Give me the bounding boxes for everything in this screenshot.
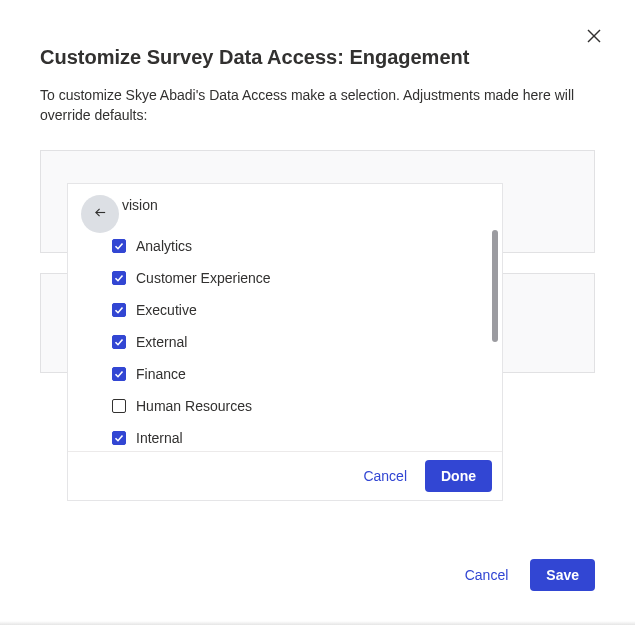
dialog-title: Customize Survey Data Access: Engagement: [40, 46, 595, 69]
option-row[interactable]: Human Resources: [68, 390, 502, 422]
option-row[interactable]: Executive: [68, 294, 502, 326]
checkbox[interactable]: [112, 431, 126, 445]
checkbox[interactable]: [112, 239, 126, 253]
dialog-cancel-button[interactable]: Cancel: [455, 561, 519, 589]
option-row[interactable]: Internal: [68, 422, 502, 451]
dropdown-done-button[interactable]: Done: [425, 460, 492, 492]
close-icon: [587, 29, 601, 47]
option-row[interactable]: External: [68, 326, 502, 358]
option-label: Finance: [136, 366, 186, 382]
scrollbar-thumb[interactable]: [492, 230, 498, 342]
option-label: Analytics: [136, 238, 192, 254]
checkbox[interactable]: [112, 303, 126, 317]
dropdown-header-label: vision: [122, 197, 158, 213]
option-label: External: [136, 334, 187, 350]
close-button[interactable]: [584, 28, 604, 48]
dialog-save-button[interactable]: Save: [530, 559, 595, 591]
dialog-description: To customize Skye Abadi's Data Access ma…: [40, 85, 595, 126]
back-button[interactable]: [81, 195, 119, 233]
dropdown-cancel-button[interactable]: Cancel: [353, 462, 417, 490]
dropdown-header: vision: [68, 184, 502, 226]
option-row[interactable]: Finance: [68, 358, 502, 390]
arrow-left-icon: [94, 205, 107, 223]
dialog-header: Customize Survey Data Access: Engagement…: [0, 0, 635, 126]
checkbox[interactable]: [112, 399, 126, 413]
option-row[interactable]: Customer Experience: [68, 262, 502, 294]
option-label: Human Resources: [136, 398, 252, 414]
options-scroll-area: AnalyticsCustomer ExperienceExecutiveExt…: [68, 226, 502, 451]
bottom-shadow: [0, 621, 635, 625]
checkbox[interactable]: [112, 335, 126, 349]
dropdown-footer: Cancel Done: [68, 451, 502, 500]
checkbox[interactable]: [112, 367, 126, 381]
option-label: Executive: [136, 302, 197, 318]
options-list: AnalyticsCustomer ExperienceExecutiveExt…: [68, 226, 502, 451]
division-dropdown-panel: vision AnalyticsCustomer ExperienceExecu…: [67, 183, 503, 501]
option-label: Customer Experience: [136, 270, 271, 286]
dialog-footer: Cancel Save: [455, 559, 595, 591]
checkbox[interactable]: [112, 271, 126, 285]
option-label: Internal: [136, 430, 183, 446]
option-row[interactable]: Analytics: [68, 230, 502, 262]
customize-access-dialog: Customize Survey Data Access: Engagement…: [0, 0, 635, 625]
